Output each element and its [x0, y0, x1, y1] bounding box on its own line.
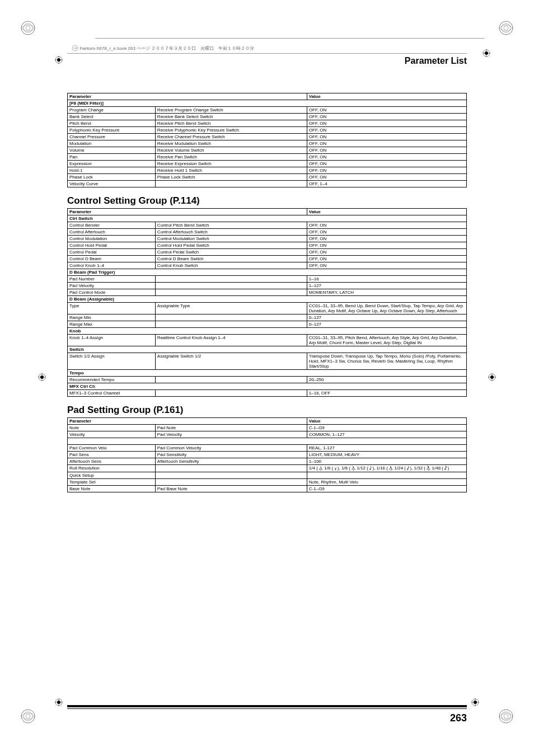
midi-filter-header-label: [F8 (MIDI Filter)]: [68, 100, 467, 107]
param-value: C-1–G9: [307, 486, 466, 492]
param-name: Program Change: [68, 107, 156, 114]
param-desc: [155, 314, 307, 321]
table-row: Range Max0–127: [68, 321, 467, 328]
table-row: Bank SelectReceive Bank Select SwitchOFF…: [68, 114, 467, 120]
param-desc: Receive Bank Select Switch: [155, 114, 307, 120]
param-name: Range Max: [68, 321, 156, 328]
param-value: MOMENTARY, LATCH: [307, 289, 466, 296]
param-name: Channel Pressure: [68, 134, 156, 140]
table-row: Aftertouch SensAftertouch Sensitivity1–1…: [68, 458, 467, 465]
param-value: 0–127: [307, 321, 466, 328]
corner-spiro-bl: [20, 708, 36, 726]
param-value: OFF, ON: [307, 161, 466, 167]
table-row: Pitch BendReceive Pitch Bend SwitchOFF, …: [68, 120, 467, 127]
param-desc: [155, 181, 307, 187]
param-name: Pad Sens: [68, 452, 156, 458]
param-value: 1–100: [307, 458, 466, 465]
param-value: OFF, ON: [307, 114, 466, 120]
table-row: Channel PressureReceive Channel Pressure…: [68, 134, 467, 140]
col-parameter: Parameter: [68, 209, 307, 215]
table-row: Hold-1Receive Hold 1 SwitchOFF, ON: [68, 167, 467, 174]
param-name: Recommended Tempo: [68, 377, 156, 383]
param-desc: [155, 283, 307, 289]
table-row: Pad Velocity1–127: [68, 283, 467, 289]
table-row: Switch 1/2 AssignAssignable Switch 1/2Tr…: [68, 353, 467, 370]
svg-point-6: [21, 710, 35, 723]
param-name: Pan: [68, 154, 156, 161]
param-value: 20–250: [307, 377, 466, 383]
knob-header: Knob: [68, 328, 467, 335]
table-header-row: Parameter Value: [68, 418, 467, 425]
table-row: Phase LockPhase Lock SwitchOFF, ON: [68, 174, 467, 181]
param-desc: Receive Volume Switch: [155, 147, 307, 154]
svg-point-4: [502, 24, 510, 32]
table-row: PanReceive Pan SwitchOFF, ON: [68, 154, 467, 161]
page-container: Fantom-X678_r_e.book 263 ページ ２００７年３月２０日 …: [0, 0, 534, 746]
param-name: Quick Setup: [68, 472, 156, 479]
param-desc: Control Pedal Switch: [155, 249, 307, 256]
param-desc: [155, 479, 307, 486]
midi-filter-header: [F8 (MIDI Filter)]: [68, 100, 467, 107]
param-value: OFF, ON: [307, 256, 466, 262]
param-desc: Receive Pan Switch: [155, 154, 307, 161]
param-name: Volume: [68, 147, 156, 154]
param-desc: Receive Modulation Switch: [155, 140, 307, 147]
param-name: MFX1–3 Control Channel: [68, 390, 156, 397]
param-value: OFF, ON: [307, 147, 466, 154]
param-desc: Receive Channel Pressure Switch: [155, 134, 307, 140]
control-setting-table: Parameter Value Ctrl Switch Control Bend…: [67, 208, 467, 397]
param-value: OFF, ON: [307, 236, 466, 242]
col-value: Value: [307, 418, 466, 425]
param-name: Template Set: [68, 479, 156, 486]
param-desc: Receive Pitch Bend Switch: [155, 120, 307, 127]
param-name: Control Bender: [68, 222, 156, 229]
svg-point-5: [504, 26, 508, 30]
table-row: VolumeReceive Volume SwitchOFF, ON: [68, 147, 467, 154]
reg-mark-tl2: [55, 56, 63, 64]
param-desc: [155, 465, 307, 472]
svg-point-9: [499, 710, 513, 723]
param-value: C-1–G9: [307, 425, 466, 431]
table-row: VelocityPad VelocityCOMMON, 1–127: [68, 431, 467, 438]
param-desc: Receive Hold 1 Switch: [155, 167, 307, 174]
param-desc: Phase Lock Switch: [155, 174, 307, 181]
param-name: Note: [68, 425, 156, 431]
param-value: REAL, 1-127: [307, 445, 466, 452]
param-desc: [155, 276, 307, 283]
pad-setting-table: Parameter Value NotePad NoteC-1–G9Veloci…: [67, 417, 467, 492]
param-value: [307, 472, 466, 479]
header-rule: [67, 53, 467, 54]
param-name: Control Hold Pedal: [68, 242, 156, 249]
param-name: Modulation: [68, 140, 156, 147]
param-value: COMMON, 1–127: [307, 431, 466, 438]
table-row: Base NotePad Base NoteC-1–G9: [68, 486, 467, 492]
pad-setting-title: Pad Setting Group (P.161): [67, 405, 467, 416]
param-name: Control Modulation: [68, 236, 156, 242]
table-row: Control ModulationControl Modulation Swi…: [68, 236, 467, 242]
param-name: Switch 1/2 Assign: [68, 353, 156, 370]
param-value: CC01–31, 33–95, Pitch Bend, Aftertouch, …: [307, 335, 466, 346]
blank-row: [68, 438, 467, 445]
param-value: OFF, ON: [307, 262, 466, 269]
param-name: Velocity: [68, 431, 156, 438]
table-row: MFX1–3 Control Channel1–16, OFF: [68, 390, 467, 397]
param-desc: Control Pitch Bend Switch: [155, 222, 307, 229]
control-setting-title: Control Setting Group (P.114): [67, 195, 467, 206]
param-name: Pad Control Mode: [68, 289, 156, 296]
param-value: OFF, ON: [307, 127, 466, 134]
param-value: OFF, ON: [307, 242, 466, 249]
param-name: Phase Lock: [68, 174, 156, 181]
svg-point-7: [24, 712, 32, 721]
arrow-icon: [72, 45, 78, 53]
svg-point-8: [26, 714, 30, 719]
param-value: 1–16, OFF: [307, 390, 466, 397]
table-row: Polyphonic Key PressureReceive Polyphoni…: [68, 127, 467, 134]
param-name: Base Note: [68, 486, 156, 492]
col-parameter: Parameter: [68, 93, 307, 100]
table-row: Roll Resolution1/4 ( 𝅘𝅥 ), 1/6 ( 𝅘𝅥₃ ), …: [68, 465, 467, 472]
param-desc: Realtime Control Knob Assign 1–4: [155, 335, 307, 346]
param-desc: [155, 390, 307, 397]
param-desc: Assignable Switch 1/2: [155, 353, 307, 370]
midi-filter-table: Parameter Value [F8 (MIDI Filter)] Progr…: [67, 93, 467, 187]
param-value: OFF, ON: [307, 107, 466, 114]
